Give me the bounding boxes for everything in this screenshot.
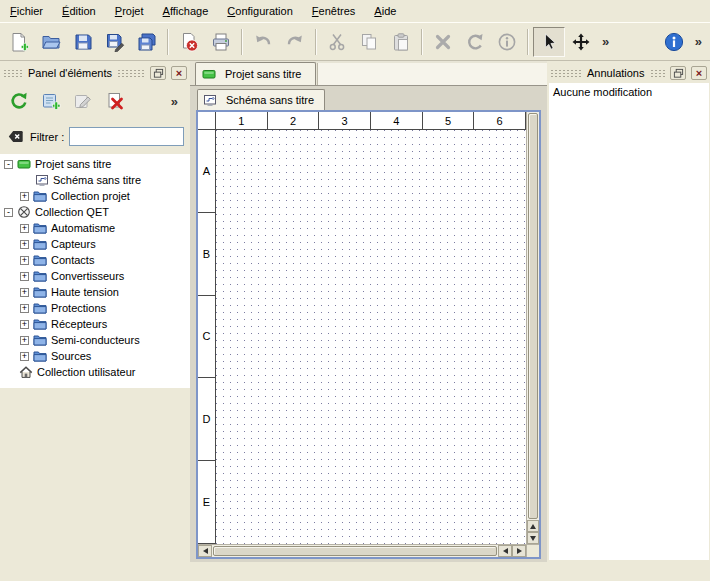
vertical-scrollbar-thumb[interactable]: [528, 113, 538, 519]
left-arrow-icon: [503, 548, 508, 554]
print-icon: [211, 32, 231, 52]
expander-icon[interactable]: +: [20, 304, 29, 313]
folder-icon: [33, 317, 47, 331]
expander-icon[interactable]: +: [20, 352, 29, 361]
about-qet-button[interactable]: [658, 27, 690, 57]
expander-icon[interactable]: +: [20, 272, 29, 281]
expander-icon[interactable]: +: [20, 256, 29, 265]
menu-affichage[interactable]: Affichage: [155, 0, 217, 22]
expander-icon[interactable]: +: [20, 288, 29, 297]
tree-item-label: Contacts: [51, 254, 94, 266]
scroll-left-button-2[interactable]: [498, 545, 512, 557]
tab-projet-sans-titre[interactable]: Projet sans titre: [195, 62, 316, 85]
main-area: Panel d'éléments × » Filtrer : -: [0, 61, 710, 562]
tree-item-semi-conducteurs[interactable]: + Semi-conducteurs: [0, 332, 190, 348]
tree-item-protections[interactable]: + Protections: [0, 300, 190, 316]
open-project-button[interactable]: [35, 27, 67, 57]
folder-icon: [33, 221, 47, 235]
menu-configuration[interactable]: Configuration: [219, 0, 300, 22]
save-button[interactable]: [67, 27, 99, 57]
undo-panel-titlebar[interactable]: Annulations ×: [550, 65, 707, 81]
menu-fichier[interactable]: Fichier: [2, 0, 51, 22]
element-info-button[interactable]: [491, 27, 523, 57]
column-label: 2: [268, 112, 320, 129]
workspace: Projet sans titre Schéma sans titre: [190, 61, 547, 562]
horizontal-scrollbar-thumb[interactable]: [213, 546, 497, 556]
save-as-button[interactable]: [99, 27, 131, 57]
scroll-left-button[interactable]: [198, 545, 212, 557]
panel-toolbar-overflow-chevron[interactable]: »: [166, 86, 183, 116]
column-label: 6: [474, 112, 526, 129]
column-label: 5: [423, 112, 475, 129]
tree-item-recepteurs[interactable]: + Récepteurs: [0, 316, 190, 332]
float-panel-button[interactable]: [150, 66, 166, 80]
filter-input[interactable]: [69, 127, 184, 146]
menu-edition[interactable]: Édition: [54, 0, 104, 22]
select-mode-button[interactable]: [533, 27, 565, 57]
tree-item-haute-tension[interactable]: + Haute tension: [0, 284, 190, 300]
tree-item-label: Schéma sans titre: [53, 174, 141, 186]
edit-element-button[interactable]: [69, 88, 96, 115]
menu-fenetres[interactable]: Fenêtres: [304, 0, 363, 22]
expander-icon[interactable]: +: [20, 192, 29, 201]
delete-icon: [433, 32, 453, 52]
help-toolbar-overflow-chevron[interactable]: »: [690, 27, 707, 57]
delete-button[interactable]: [427, 27, 459, 57]
cut-button[interactable]: [321, 27, 353, 57]
tree-item-capteurs[interactable]: + Capteurs: [0, 236, 190, 252]
expander-icon[interactable]: +: [20, 224, 29, 233]
new-element-button[interactable]: [37, 88, 64, 115]
schema-subwindow: Schéma sans titre 1 2 3 4 5 6: [196, 88, 541, 559]
expander-icon[interactable]: +: [20, 320, 29, 329]
vertical-scrollbar[interactable]: [526, 112, 539, 544]
horizontal-scrollbar[interactable]: [198, 544, 526, 557]
project-icon: [17, 157, 31, 171]
undo-button[interactable]: [247, 27, 279, 57]
schema-canvas[interactable]: [216, 130, 526, 544]
new-document-button[interactable]: [3, 27, 35, 57]
row-ruler: A B C D E: [198, 130, 216, 544]
paste-button[interactable]: [385, 27, 417, 57]
menu-bar: Fichier Édition Projet Affichage Configu…: [0, 0, 710, 22]
tree-item-contacts[interactable]: + Contacts: [0, 252, 190, 268]
delete-element-button[interactable]: [101, 88, 128, 115]
rotate-button[interactable]: [459, 27, 491, 57]
close-panel-button[interactable]: ×: [691, 66, 707, 80]
redo-button[interactable]: [279, 27, 311, 57]
elements-panel-titlebar[interactable]: Panel d'éléments ×: [3, 65, 187, 81]
menu-aide[interactable]: Aide: [366, 0, 404, 22]
elements-panel-title: Panel d'éléments: [28, 67, 112, 79]
tree-item-convertisseurs[interactable]: + Convertisseurs: [0, 268, 190, 284]
scroll-down-button[interactable]: [527, 532, 539, 544]
scroll-right-button[interactable]: [512, 545, 526, 557]
clear-filter-button[interactable]: [7, 128, 25, 146]
tab-schema-sans-titre[interactable]: Schéma sans titre: [197, 89, 325, 110]
tree-item-collection-utilisateur[interactable]: Collection utilisateur: [0, 364, 190, 380]
menu-projet[interactable]: Projet: [107, 0, 152, 22]
expander-icon[interactable]: +: [20, 336, 29, 345]
tree-item-collection-qet[interactable]: - Collection QET: [0, 204, 190, 220]
copy-button[interactable]: [353, 27, 385, 57]
expander-icon[interactable]: -: [4, 208, 13, 217]
close-document-button[interactable]: [173, 27, 205, 57]
expander-icon[interactable]: +: [20, 240, 29, 249]
dock-grip: [3, 69, 23, 78]
float-panel-button[interactable]: [670, 66, 686, 80]
project-icon: [202, 67, 216, 81]
pan-mode-button[interactable]: [565, 27, 597, 57]
tree-item-projet-sans-titre[interactable]: - Projet sans titre: [0, 156, 190, 172]
print-button[interactable]: [205, 27, 237, 57]
expander-icon[interactable]: -: [4, 160, 13, 169]
close-panel-button[interactable]: ×: [171, 66, 187, 80]
row-label: D: [198, 378, 215, 461]
reload-collections-button[interactable]: [5, 88, 32, 115]
tree-item-sources[interactable]: + Sources: [0, 348, 190, 364]
scroll-up-button[interactable]: [527, 520, 539, 532]
tree-item-label: Automatisme: [51, 222, 115, 234]
tree-item-schema-sans-titre[interactable]: Schéma sans titre: [0, 172, 190, 188]
save-all-button[interactable]: [131, 27, 163, 57]
tree-item-collection-projet[interactable]: + Collection projet: [0, 188, 190, 204]
toolbar-overflow-chevron[interactable]: »: [597, 27, 614, 57]
tree-item-automatisme[interactable]: + Automatisme: [0, 220, 190, 236]
schema-view-frame: 1 2 3 4 5 6 A B C D E: [196, 110, 541, 559]
